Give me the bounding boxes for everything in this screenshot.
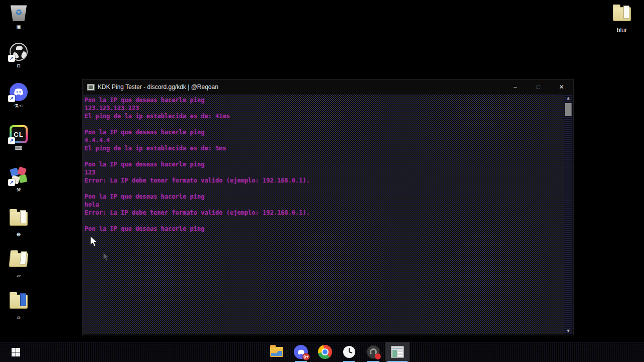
console-line: El ping de la ip establecida es de: 41ms xyxy=(85,112,564,120)
console-line: Pon la IP que deseas hacerle ping xyxy=(85,225,564,233)
desktop-icon-games-folder[interactable]: ☺ xyxy=(5,292,33,320)
desktop-icon-obs-studio[interactable]: ↗ ◘ xyxy=(5,43,33,68)
icon-label: blur xyxy=(608,27,636,34)
shortcut-arrow-icon: ↗ xyxy=(8,179,15,186)
desktop-icon-blur-folder[interactable]: blur xyxy=(608,4,636,34)
icon-label: ⌨ xyxy=(5,145,33,151)
desktop-icon-notes-folder[interactable]: ❋ xyxy=(5,209,33,237)
window-titlebar[interactable]: KDK Ping Tester - discord.gg/kdk | @Reqo… xyxy=(83,79,573,95)
console-line: 4.4.4.4 xyxy=(85,136,564,144)
console-line: 123 xyxy=(85,168,564,176)
scroll-up-icon[interactable]: ▲ xyxy=(564,95,573,102)
obs-studio-icon: ↗ xyxy=(10,43,28,61)
scroll-down-icon[interactable]: ▼ xyxy=(564,327,573,334)
shortcut-arrow-icon: ↗ xyxy=(8,55,15,62)
taskbar-console-active[interactable] xyxy=(385,342,410,362)
console-line xyxy=(85,217,564,225)
console-line: Error: La IP debe tener formato valido (… xyxy=(85,209,564,217)
taskbar-file-explorer[interactable] xyxy=(265,342,289,362)
taskbar-clock-app[interactable] xyxy=(337,342,361,362)
console-app-icon xyxy=(87,84,95,90)
cl-app-icon: CL ↗ xyxy=(10,125,28,143)
start-button[interactable] xyxy=(4,342,27,362)
open-folder-icon xyxy=(10,253,28,271)
console-line xyxy=(85,152,564,160)
desktop-icon-paint-app[interactable]: ↗ ⚒ xyxy=(5,167,33,193)
maximize-button[interactable]: □ xyxy=(527,79,550,95)
console-line xyxy=(85,185,564,193)
taskbar-chrome[interactable] xyxy=(313,342,337,362)
recording-dot-icon xyxy=(375,353,381,359)
scrollbar[interactable]: ▲ ▼ xyxy=(564,95,573,334)
folder-blue-icon xyxy=(10,295,28,313)
recycle-bin-icon: ♻ xyxy=(10,4,28,22)
file-explorer-icon xyxy=(270,347,283,357)
kdk-ping-tester-window: KDK Ping Tester - discord.gg/kdk | @Reqo… xyxy=(82,79,574,335)
discord-icon: ↗ xyxy=(10,83,28,101)
console-line: Pon la IP que deseas hacerle ping xyxy=(85,128,564,136)
obs-icon xyxy=(366,345,380,359)
desktop-icon-documents-folder[interactable]: ▱ xyxy=(5,250,33,279)
shortcut-arrow-icon: ↗ xyxy=(8,137,15,144)
taskbar-obs[interactable] xyxy=(361,342,385,362)
windows-logo-icon xyxy=(12,348,20,356)
shortcut-arrow-icon: ↗ xyxy=(8,95,15,102)
paint-app-icon: ↗ xyxy=(10,167,28,185)
folder-icon xyxy=(613,7,631,25)
icon-label: ❋ xyxy=(5,232,33,237)
taskbar: 9+ xyxy=(0,342,644,362)
console-line: Pon la IP que deseas hacerle ping xyxy=(85,96,564,104)
window-title: KDK Ping Tester - discord.gg/kdk | @Reqo… xyxy=(98,83,218,90)
icon-label: ▱ xyxy=(5,273,33,279)
icon-label: ▣ xyxy=(5,24,33,30)
close-button[interactable]: ✕ xyxy=(550,79,573,95)
minimize-button[interactable]: – xyxy=(504,79,527,95)
desktop-icon-recycle-bin[interactable]: ♻ ▣ xyxy=(5,4,33,30)
console-line: Pon la IP que deseas hacerle ping xyxy=(85,160,564,168)
icon-label: ☺ xyxy=(5,315,33,320)
console-line: El ping de la ip establecida es de: 5ms xyxy=(85,144,564,152)
console-line: hola xyxy=(85,201,564,209)
console-output[interactable]: Pon la IP que deseas hacerle ping 123.12… xyxy=(83,95,573,334)
discord-icon: 9+ xyxy=(294,345,308,359)
icon-label: ⚒ xyxy=(5,187,33,193)
console-line: Error: La IP debe tener formato valido (… xyxy=(85,176,564,185)
console-line: Pon la IP que deseas hacerle ping xyxy=(85,193,564,201)
scrollbar-thumb[interactable] xyxy=(565,103,572,116)
console-line xyxy=(85,120,564,128)
notification-badge: 9+ xyxy=(302,353,310,360)
clock-icon xyxy=(343,345,356,358)
console-line: 123.123.123.123 xyxy=(85,104,564,112)
taskbar-discord[interactable]: 9+ xyxy=(289,342,313,362)
chrome-icon xyxy=(318,345,332,359)
console-window-icon xyxy=(391,346,404,358)
desktop-icon-cl-app[interactable]: CL ↗ ⌨ xyxy=(5,125,33,151)
icon-label: ⚗☜ xyxy=(5,103,33,109)
icon-label: ◘ xyxy=(5,63,33,68)
desktop-icon-discord[interactable]: ↗ ⚗☜ xyxy=(5,83,33,109)
folder-icon xyxy=(10,212,28,230)
